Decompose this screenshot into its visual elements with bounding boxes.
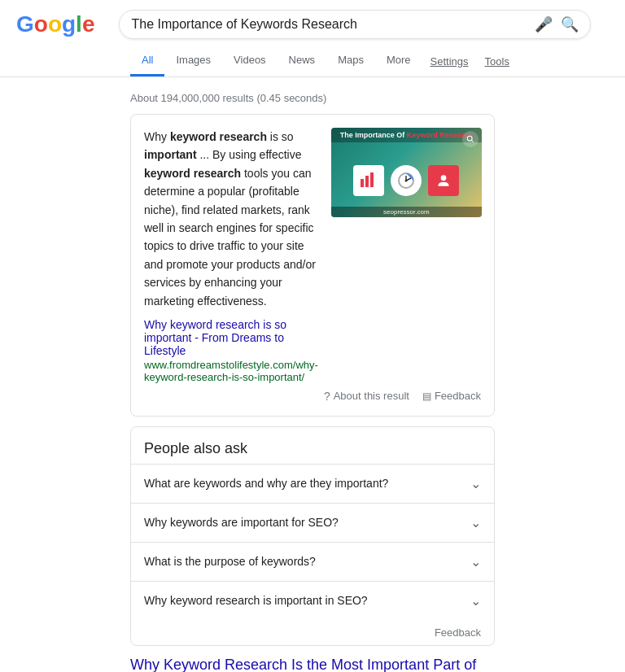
tab-all[interactable]: All (130, 46, 164, 76)
organic-title-1[interactable]: Why Keyword Research Is the Most Importa… (130, 656, 495, 672)
paa-feedback[interactable]: Feedback (131, 620, 494, 645)
paa-item-3[interactable]: What is the purpose of keywords? ⌄ (131, 542, 494, 581)
svg-line-9 (471, 140, 474, 142)
logo-g2: g (62, 11, 76, 37)
svg-point-8 (467, 136, 472, 141)
question-icon: ? (324, 390, 330, 403)
first-result-text: Why keyword research is so important ...… (144, 128, 318, 383)
feedback-action[interactable]: ▤ Feedback (422, 390, 481, 402)
tools-link[interactable]: Tools (477, 47, 518, 76)
svg-rect-0 (361, 179, 364, 187)
chevron-down-icon-4: ⌄ (470, 593, 481, 609)
logo-l: l (76, 11, 82, 37)
chevron-down-icon-3: ⌄ (470, 554, 481, 569)
result-image-search-icon (462, 131, 479, 147)
paa-item-1[interactable]: What are keywords and why are they impor… (131, 464, 494, 503)
about-this-result[interactable]: ? About this result (324, 390, 409, 403)
search-bar[interactable]: 🎤 🔍 (119, 10, 591, 39)
paa-question-3: What is the purpose of keywords? (144, 555, 316, 568)
paa-title: People also ask (131, 427, 494, 464)
result-image-icon1 (353, 165, 384, 196)
svg-rect-1 (365, 176, 369, 187)
first-result-image-section: The Importance Of Keyword Research (331, 128, 482, 383)
tab-news[interactable]: News (278, 46, 327, 76)
first-result-title-link[interactable]: Why keyword research is so important - F… (144, 318, 286, 357)
result-actions: ? About this result ▤ Feedback (144, 390, 481, 403)
results-area: About 194,000,000 results (0.45 seconds)… (0, 77, 625, 672)
first-result-card: Why keyword research is so important ...… (130, 114, 495, 417)
tab-maps[interactable]: Maps (326, 46, 375, 76)
about-label: About this result (334, 390, 409, 402)
paa-question-4: Why keyword research is important in SEO… (144, 594, 368, 607)
paa-item-2[interactable]: Why keywords are important for SEO? ⌄ (131, 503, 494, 542)
tab-videos[interactable]: Videos (222, 46, 278, 76)
settings-link[interactable]: Settings (422, 47, 477, 76)
paa-question-1: What are keywords and why are they impor… (144, 477, 388, 490)
organic-title-link-1[interactable]: Why Keyword Research Is the Most Importa… (130, 657, 476, 672)
search-button[interactable]: 🔍 (561, 15, 579, 33)
svg-point-7 (441, 175, 447, 181)
google-logo: G o o g l e (16, 11, 94, 37)
logo-o2: o (48, 11, 62, 37)
svg-point-6 (405, 180, 408, 182)
logo-g: G (16, 11, 34, 37)
search-icons: 🎤 🔍 (535, 15, 579, 33)
result-image-title: The Importance Of Keyword Research (331, 128, 482, 142)
tab-images[interactable]: Images (164, 46, 222, 76)
result-image-icon2 (391, 165, 422, 196)
paa-item-4[interactable]: Why keyword research is important in SEO… (131, 581, 494, 620)
feedback-icon: ▤ (422, 391, 431, 402)
paa-question-2: Why keywords are important for SEO? (144, 516, 339, 529)
result-image-footer: seopressor.com (331, 207, 482, 217)
search-input[interactable] (131, 17, 535, 32)
nav-tabs: All Images Videos News Maps More Setting… (0, 39, 625, 77)
first-result-url: www.fromdreamstolifestyle.com/why-keywor… (144, 359, 318, 383)
svg-rect-2 (370, 172, 374, 187)
first-result-body: Why keyword research is so important ...… (144, 128, 318, 310)
feedback-label: Feedback (435, 390, 481, 402)
header: G o o g l e 🎤 🔍 (0, 0, 625, 39)
results-stats: About 194,000,000 results (0.45 seconds) (130, 84, 495, 114)
first-result-link[interactable]: Why keyword research is so important - F… (144, 318, 318, 357)
logo-o1: o (34, 11, 48, 37)
people-also-ask-box: People also ask What are keywords and wh… (130, 426, 495, 646)
result-image-icon3 (428, 165, 459, 196)
tab-more[interactable]: More (375, 46, 422, 76)
mic-icon[interactable]: 🎤 (535, 15, 553, 33)
chevron-down-icon-2: ⌄ (470, 515, 481, 530)
chevron-down-icon-1: ⌄ (470, 476, 481, 491)
logo-e: e (82, 11, 95, 37)
first-result-image: The Importance Of Keyword Research (331, 128, 482, 217)
organic-result-1: Why Keyword Research Is the Most Importa… (130, 656, 495, 672)
